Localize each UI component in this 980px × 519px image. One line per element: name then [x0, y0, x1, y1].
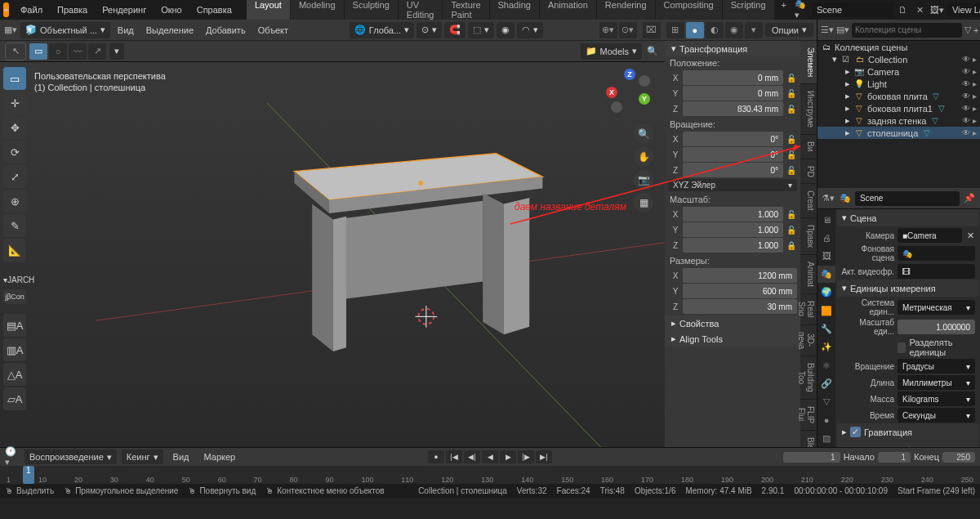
- sel-tweak[interactable]: ↗: [88, 43, 106, 60]
- tool-scale[interactable]: ⤢: [3, 165, 26, 188]
- keying-menu[interactable]: Кеинг▾: [122, 450, 163, 464]
- drag-action[interactable]: ▾: [109, 43, 124, 60]
- modifier-icon[interactable]: ▽: [936, 103, 947, 114]
- pt-output[interactable]: 🖨: [817, 229, 835, 246]
- np-tab-view[interactable]: Ви: [800, 135, 817, 159]
- tool-extra-4[interactable]: ▱A: [3, 387, 26, 410]
- clear-icon[interactable]: ✕: [965, 230, 975, 241]
- camera-field[interactable]: ■ Camera: [898, 228, 962, 243]
- vp-menu-select[interactable]: Выделение: [141, 24, 198, 37]
- eye-icon[interactable]: 👁: [962, 79, 970, 88]
- tool-cursor[interactable]: ✛: [3, 92, 26, 114]
- tool-extra-1[interactable]: ▤A: [3, 314, 26, 337]
- tl-view[interactable]: Вид: [168, 450, 194, 463]
- disable-icon[interactable]: ▸: [973, 116, 977, 125]
- scene-new-icon[interactable]: 🗋: [896, 2, 911, 17]
- snap-toggle[interactable]: 🧲: [444, 22, 466, 38]
- eye-icon[interactable]: 👁: [962, 55, 970, 64]
- np-transform-header[interactable]: ▾ Трансформация: [665, 41, 800, 56]
- end-frame[interactable]: 250: [942, 452, 975, 463]
- units-panel-header[interactable]: ▾ Единицы измерения: [837, 280, 978, 297]
- cursor-tool-icon[interactable]: ↖: [5, 43, 26, 60]
- disable-icon[interactable]: ▸: [973, 128, 977, 137]
- eye-icon[interactable]: 👁: [962, 92, 970, 101]
- timeline-track[interactable]: 1 11020304050607080901001101201301401501…: [0, 466, 980, 484]
- playhead[interactable]: 1: [23, 466, 34, 484]
- checkbox-icon[interactable]: ☑: [840, 54, 851, 65]
- pt-material[interactable]: ●: [817, 411, 835, 428]
- gravity-check[interactable]: ✓: [850, 427, 861, 437]
- clip-field[interactable]: 🎞: [898, 264, 975, 279]
- pt-object[interactable]: 🟧: [817, 302, 835, 320]
- scale-x[interactable]: 1.000: [683, 207, 783, 221]
- viewlayer-field[interactable]: View Layer: [947, 2, 980, 17]
- pt-scene[interactable]: 🎭: [817, 266, 835, 283]
- outliner-collection[interactable]: ▾☑ 🗀 Collection 👁▸: [817, 53, 980, 65]
- jump-start[interactable]: |◀: [446, 450, 462, 463]
- nav-move[interactable]: ✋: [634, 147, 653, 167]
- filter-icon[interactable]: ▽: [964, 23, 971, 38]
- modifier-icon[interactable]: ▽: [921, 128, 932, 138]
- outliner-type-icon[interactable]: ☰▾: [821, 23, 834, 38]
- sel-box[interactable]: ▭: [29, 43, 47, 60]
- rot-x[interactable]: 0°: [683, 132, 783, 146]
- tool-annotate[interactable]: ✎: [3, 214, 26, 237]
- jcon-button[interactable]: jβCon: [3, 289, 26, 304]
- eye-icon[interactable]: 👁: [962, 128, 970, 137]
- disable-icon[interactable]: ▸: [973, 67, 977, 76]
- tool-rotate[interactable]: ⟳: [3, 141, 26, 163]
- tool-measure[interactable]: 📐: [3, 239, 26, 262]
- np-tab-animat[interactable]: Animat: [800, 255, 817, 294]
- loc-y[interactable]: 0 mm: [683, 86, 783, 101]
- menu-file[interactable]: Файл: [14, 2, 49, 17]
- nav-zoom[interactable]: 🔍: [634, 124, 653, 144]
- scale-y[interactable]: 1.000: [683, 222, 783, 237]
- search-icon[interactable]: 🔍: [645, 44, 660, 59]
- menu-help[interactable]: Справка: [190, 2, 238, 17]
- nav-persp[interactable]: ▦: [634, 193, 653, 213]
- vp-menu-view[interactable]: Вид: [113, 24, 139, 37]
- disable-icon[interactable]: ▸: [973, 92, 977, 101]
- np-tab-item[interactable]: Элемен: [800, 41, 817, 84]
- start-frame[interactable]: 1: [878, 452, 911, 463]
- tool-extra-3[interactable]: △A: [3, 363, 26, 386]
- pt-world[interactable]: 🌍: [817, 284, 835, 301]
- time-unit[interactable]: Секунды▾: [898, 408, 975, 423]
- sel-circle[interactable]: ○: [49, 43, 67, 60]
- disable-icon[interactable]: ▸: [973, 79, 977, 88]
- tl-marker[interactable]: Маркер: [198, 450, 240, 463]
- eye-icon[interactable]: 👁: [962, 67, 970, 76]
- props-scene-name[interactable]: Scene: [855, 191, 960, 206]
- np-tab-edit[interactable]: Правк: [800, 218, 817, 255]
- disable-icon[interactable]: ▸: [973, 104, 977, 113]
- eye-icon[interactable]: 👁: [962, 104, 970, 113]
- outliner-item[interactable]: ▸▽боковая плита1▽👁▸: [817, 102, 980, 114]
- gravity-header[interactable]: ▸ ✓ Гравитация: [837, 423, 978, 441]
- rot-y[interactable]: 0°: [683, 147, 783, 162]
- pivot-selector[interactable]: ⊙▾: [416, 22, 442, 38]
- play-rev[interactable]: ◀: [482, 450, 498, 463]
- shade-opts[interactable]: ▾: [745, 22, 763, 38]
- menu-edit[interactable]: Правка: [51, 2, 94, 17]
- outliner-item[interactable]: ▸▽задняя стенка▽👁▸: [817, 114, 980, 127]
- unit-scale[interactable]: 1.000000: [898, 320, 975, 334]
- blender-logo[interactable]: ⌁: [3, 2, 9, 17]
- len-unit[interactable]: Миллиметры▾: [898, 375, 975, 390]
- disable-icon[interactable]: ▸: [973, 55, 977, 64]
- unit-sys[interactable]: Метрическая▾: [898, 300, 975, 315]
- shade-solid[interactable]: ●: [686, 22, 704, 38]
- outliner-root[interactable]: 🗂 Коллекция сцены: [817, 41, 980, 53]
- np-tab-flip[interactable]: FLIP Flui: [800, 400, 817, 431]
- outliner-item[interactable]: ▸📷Camera👁▸: [817, 65, 980, 78]
- tool-coll-sel[interactable]: 📁Models▾: [581, 43, 642, 60]
- next-key[interactable]: |▶: [518, 450, 534, 463]
- np-align-header[interactable]: ▸ Align Tools: [665, 331, 800, 347]
- tool-extra-2[interactable]: ▥A: [3, 338, 26, 361]
- playback-menu[interactable]: Воспроизведение▾: [24, 450, 117, 464]
- nav-camera[interactable]: 📷: [634, 170, 653, 190]
- pin-icon[interactable]: 📌: [962, 191, 977, 206]
- np-tab-3dprint[interactable]: 3D-печа: [800, 325, 817, 356]
- loc-x[interactable]: 0 mm: [683, 70, 783, 85]
- menu-window[interactable]: Окно: [154, 2, 189, 17]
- loc-z[interactable]: 830.43 mm: [683, 101, 783, 116]
